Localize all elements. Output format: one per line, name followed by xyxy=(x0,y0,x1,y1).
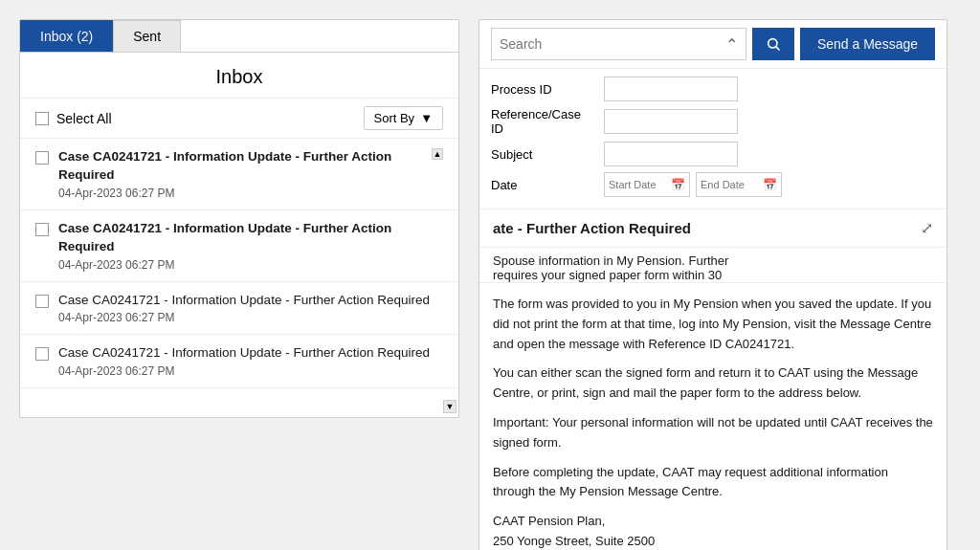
tab-inbox[interactable]: Inbox (2) xyxy=(20,20,113,52)
chevron-up-icon[interactable]: ⌃ xyxy=(718,35,746,54)
inbox-toolbar: Select All Sort By ▼ xyxy=(20,99,458,139)
message-checkbox[interactable] xyxy=(35,151,49,165)
reference-id-label: Reference/Case ID xyxy=(491,107,596,136)
body-intro-text: Spouse information in My Pension. Furthe… xyxy=(493,253,728,268)
address-line-1: CAAT Pension Plan, xyxy=(493,514,605,528)
list-item[interactable]: Case CA0241721 - Information Update - Fu… xyxy=(20,282,458,336)
start-date-input[interactable] xyxy=(605,179,667,190)
left-panel: Inbox (2) Sent Inbox Select All Sort By … xyxy=(19,19,459,418)
calendar-icon: 📅 xyxy=(667,178,689,191)
message-detail-body: The form was provided to you in My Pensi… xyxy=(479,283,947,550)
subject-label: Subject xyxy=(491,147,596,162)
search-input[interactable] xyxy=(492,36,718,52)
address-block: CAAT Pension Plan, 250 Yonge Street, Sui… xyxy=(493,512,933,550)
inbox-title: Inbox xyxy=(20,53,458,99)
body-paragraph-3: Important: Your personal information wil… xyxy=(493,413,933,453)
date-label: Date xyxy=(491,178,596,192)
reference-id-input[interactable] xyxy=(604,109,738,134)
search-icon xyxy=(766,36,781,52)
process-id-label: Process ID xyxy=(491,82,596,97)
message-title: Case CA0241721 - Information Update - Fu… xyxy=(58,292,443,310)
list-item[interactable]: Case CA0241721 - Information Update - Fu… xyxy=(20,139,458,210)
select-all-checkbox[interactable] xyxy=(35,112,49,125)
message-title: Case CA0241721 - Information Update - Fu… xyxy=(58,344,443,363)
message-content: Case CA0241721 - Information Update - Fu… xyxy=(58,148,418,200)
send-message-button[interactable]: Send a Message xyxy=(800,28,935,60)
message-date: 04-Apr-2023 06:27 PM xyxy=(58,187,418,200)
message-title: Case CA0241721 - Information Update - Fu… xyxy=(58,220,443,256)
body-paragraph-1: The form was provided to you in My Pensi… xyxy=(493,295,933,354)
subject-input[interactable] xyxy=(604,142,738,166)
date-inputs: 📅 📅 xyxy=(604,172,782,197)
scroll-up-icon[interactable]: ▲ xyxy=(432,148,443,160)
message-list: Case CA0241721 - Information Update - Fu… xyxy=(20,139,458,417)
filter-row-subject: Subject xyxy=(491,142,935,166)
select-all-area: Select All xyxy=(35,111,112,126)
search-bar: ⌃ Send a Message xyxy=(479,20,947,69)
end-date-wrapper: 📅 xyxy=(696,172,782,197)
process-id-input[interactable] xyxy=(604,77,738,101)
sort-by-button[interactable]: Sort By ▼ xyxy=(364,106,444,130)
message-date: 04-Apr-2023 06:27 PM xyxy=(58,364,443,378)
scroll-down-icon[interactable]: ▼ xyxy=(443,400,457,413)
filter-area: Process ID Reference/Case ID Subject Dat… xyxy=(479,69,947,209)
body-line2-text: requires your signed paper form within 3… xyxy=(493,268,722,282)
message-checkbox[interactable] xyxy=(35,223,49,236)
body-paragraph-4: Before completing the update, CAAT may r… xyxy=(493,463,933,503)
message-checkbox[interactable] xyxy=(35,347,49,361)
message-date: 04-Apr-2023 06:27 PM xyxy=(58,311,443,324)
message-date: 04-Apr-2023 06:27 PM xyxy=(58,258,443,272)
message-intro: Spouse information in My Pension. Furthe… xyxy=(479,248,947,283)
search-button[interactable] xyxy=(752,28,794,60)
message-detail-header: ate - Further Action Required ⤢ xyxy=(479,209,947,248)
tabs: Inbox (2) Sent xyxy=(20,20,458,53)
list-item[interactable]: Case CA0241721 - Information Update - Fu… xyxy=(20,210,458,282)
expand-icon[interactable]: ⤢ xyxy=(921,219,933,237)
list-item[interactable]: Case CA0241721 - Information Update - Fu… xyxy=(20,335,458,388)
message-content: Case CA0241721 - Information Update - Fu… xyxy=(58,292,443,325)
message-content: Case CA0241721 - Information Update - Fu… xyxy=(58,220,443,272)
message-detail-title: ate - Further Action Required xyxy=(493,220,691,236)
address-line-2: 250 Yonge Street, Suite 2500 xyxy=(493,534,655,548)
svg-line-1 xyxy=(776,47,779,50)
message-checkbox[interactable] xyxy=(35,295,49,308)
filter-row-process: Process ID xyxy=(491,77,935,101)
body-paragraph-2: You can either scan the signed form and … xyxy=(493,363,933,404)
sort-by-chevron-icon: ▼ xyxy=(420,111,433,125)
message-title: Case CA0241721 - Information Update - Fu… xyxy=(58,148,418,185)
start-date-wrapper: 📅 xyxy=(604,172,690,197)
calendar-icon: 📅 xyxy=(759,178,781,191)
tab-sent[interactable]: Sent xyxy=(113,20,181,52)
filter-row-reference: Reference/Case ID xyxy=(491,107,935,136)
sort-by-label: Sort By xyxy=(374,111,415,125)
end-date-input[interactable] xyxy=(697,179,759,190)
message-content: Case CA0241721 - Information Update - Fu… xyxy=(58,344,443,378)
search-input-wrapper: ⌃ xyxy=(491,28,746,60)
main-container: Inbox (2) Sent Inbox Select All Sort By … xyxy=(0,0,980,550)
filter-row-date: Date 📅 📅 xyxy=(491,172,935,197)
right-panel: ⌃ Send a Message Process ID Reference/Ca… xyxy=(479,19,947,550)
select-all-label: Select All xyxy=(56,111,112,126)
